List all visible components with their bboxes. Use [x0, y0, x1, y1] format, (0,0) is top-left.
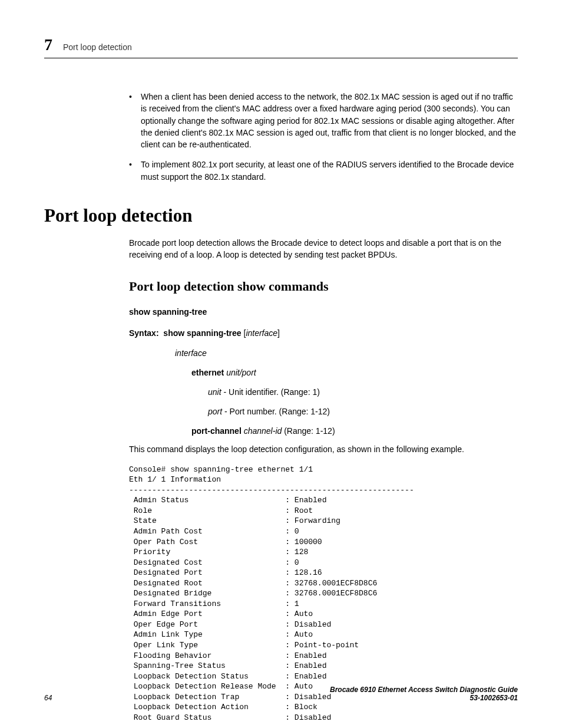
syntax-argument: interface: [246, 328, 277, 338]
bullet-text: When a client has been denied access to …: [141, 91, 518, 150]
param-portchannel-keyword: port-channel: [191, 426, 242, 436]
chapter-number: 7: [44, 35, 52, 54]
list-item: • When a client has been denied access t…: [129, 91, 518, 150]
section-heading: Port loop detection: [44, 205, 518, 226]
parameter-block: interface ethernet unit/port unit - Unit…: [175, 347, 518, 437]
syntax-label: Syntax:: [129, 328, 159, 338]
page-number: 64: [44, 694, 52, 702]
param-unit-desc: - Unit identifier. (Range: 1): [222, 387, 320, 397]
console-output: Console# show spanning-tree ethernet 1/1…: [129, 465, 518, 723]
section-intro: Brocade port loop detection allows the B…: [129, 237, 518, 261]
param-ethernet-arg: unit/port: [226, 368, 256, 377]
page-footer: 64 Brocade 6910 Ethernet Access Switch D…: [44, 686, 518, 702]
doc-id: 53-1002653-01: [330, 694, 518, 702]
bullet-list: • When a client has been denied access t…: [129, 91, 518, 183]
page-header: 7 Port loop detection: [44, 35, 518, 58]
bullet-icon: •: [129, 91, 141, 150]
running-title: Port loop detection: [63, 42, 132, 52]
command-syntax: Syntax: show spanning-tree [interface]: [129, 328, 518, 338]
syntax-command: show spanning-tree: [163, 328, 241, 338]
param-port-desc: - Port number. (Range: 1-12): [222, 407, 330, 416]
param-portchannel-desc: (Range: 1-12): [282, 426, 335, 436]
param-portchannel-arg: channel-id: [244, 426, 282, 436]
list-item: • To implement 802.1x port security, at …: [129, 159, 518, 183]
param-ethernet-keyword: ethernet: [191, 368, 224, 377]
command-name: show spanning-tree: [129, 307, 518, 317]
param-port-label: port: [208, 407, 222, 416]
param-interface: interface: [175, 348, 207, 358]
bullet-text: To implement 802.1x port security, at le…: [141, 159, 518, 183]
bullet-icon: •: [129, 159, 141, 183]
footer-doc-info: Brocade 6910 Ethernet Access Switch Diag…: [330, 686, 518, 702]
subsection-heading: Port loop detection show commands: [129, 279, 518, 294]
command-description: This command displays the loop detection…: [129, 444, 518, 454]
param-unit-label: unit: [208, 387, 222, 397]
doc-title: Brocade 6910 Ethernet Access Switch Diag…: [330, 686, 518, 694]
